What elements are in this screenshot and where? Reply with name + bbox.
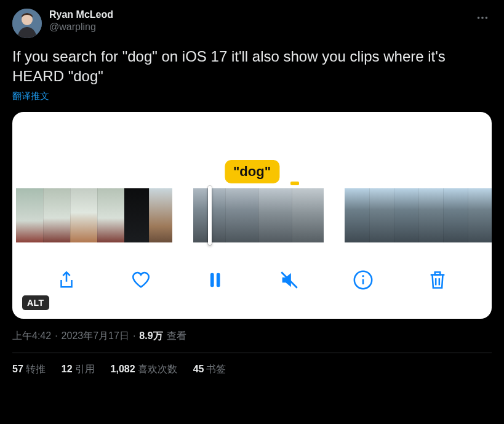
video-thumbnail	[345, 188, 369, 242]
stat-quotes[interactable]: 12引用	[62, 363, 95, 376]
video-thumbnail	[225, 188, 258, 242]
stat-likes[interactable]: 1,082喜欢次数	[111, 363, 177, 376]
handle[interactable]: @warpling	[49, 21, 113, 33]
media-attachment[interactable]: "dog"	[12, 112, 492, 319]
avatar[interactable]	[12, 9, 42, 38]
timestamp[interactable]: 上午4:42	[12, 330, 51, 343]
video-thumbnail	[16, 188, 43, 242]
dot-separator: ·	[55, 330, 57, 342]
stat-count: 45	[193, 364, 204, 374]
video-thumbnail	[258, 188, 292, 242]
stat-retweets[interactable]: 57转推	[12, 363, 46, 376]
stat-count: 57	[12, 364, 23, 374]
share-icon[interactable]	[54, 268, 79, 292]
info-icon[interactable]	[351, 268, 375, 292]
playhead-tick-icon	[290, 182, 299, 185]
svg-point-10	[362, 275, 364, 277]
video-thumbnail	[43, 188, 70, 242]
author-names: Ryan McLeod @warpling	[49, 9, 113, 33]
stat-label: 喜欢次数	[138, 364, 177, 374]
scrub-handle[interactable]	[208, 186, 212, 245]
tweet-text: If you search for "dog" on iOS 17 it'll …	[12, 47, 492, 87]
more-icon[interactable]	[473, 9, 492, 30]
video-thumbnail	[70, 188, 97, 242]
video-thumbnail	[149, 188, 172, 242]
stat-label: 引用	[75, 364, 95, 374]
translate-link[interactable]: 翻译推文	[12, 90, 49, 102]
alt-badge[interactable]: ALT	[22, 295, 49, 310]
video-thumbnail	[124, 188, 149, 242]
clip-group[interactable]	[16, 188, 172, 242]
views-count: 8.9万	[139, 330, 162, 343]
video-thumbnail	[292, 188, 324, 242]
pause-icon[interactable]	[202, 268, 227, 292]
tweet-container: Ryan McLeod @warpling If you search for …	[0, 0, 504, 376]
svg-rect-6	[217, 273, 220, 287]
video-thumbnail	[394, 188, 418, 242]
dot-separator: ·	[133, 330, 135, 342]
stat-label: 转推	[26, 364, 46, 374]
caption-bubble: "dog"	[225, 160, 279, 183]
stat-bookmarks[interactable]: 45书签	[193, 363, 226, 376]
engagement-stats: 57转推 12引用 1,082喜欢次数 45书签	[12, 353, 492, 376]
stat-label: 书签	[206, 364, 226, 374]
stat-count: 12	[62, 364, 73, 374]
tweet-metadata: 上午4:42 · 2023年7月17日 · 8.9万 查看	[12, 330, 492, 343]
svg-point-2	[478, 17, 480, 19]
video-thumbnail	[443, 188, 468, 242]
views-label: 查看	[167, 330, 186, 343]
svg-point-4	[486, 17, 488, 19]
video-thumbnail	[418, 188, 443, 242]
date[interactable]: 2023年7月17日	[62, 330, 129, 343]
video-thumbnail	[97, 188, 124, 242]
trash-icon[interactable]	[425, 268, 450, 292]
filmstrip	[12, 188, 492, 242]
svg-rect-5	[210, 273, 214, 287]
tweet-header: Ryan McLeod @warpling	[12, 9, 492, 38]
svg-point-3	[481, 17, 484, 19]
video-thumbnail	[369, 188, 394, 242]
heart-icon[interactable]	[129, 268, 153, 292]
display-name[interactable]: Ryan McLeod	[49, 9, 113, 21]
media-toolbar	[12, 260, 492, 300]
clip-group[interactable]	[345, 188, 492, 242]
stat-count: 1,082	[111, 364, 135, 374]
video-thumbnail	[468, 188, 492, 242]
clip-group[interactable]	[193, 188, 324, 242]
mute-icon[interactable]	[277, 268, 302, 292]
